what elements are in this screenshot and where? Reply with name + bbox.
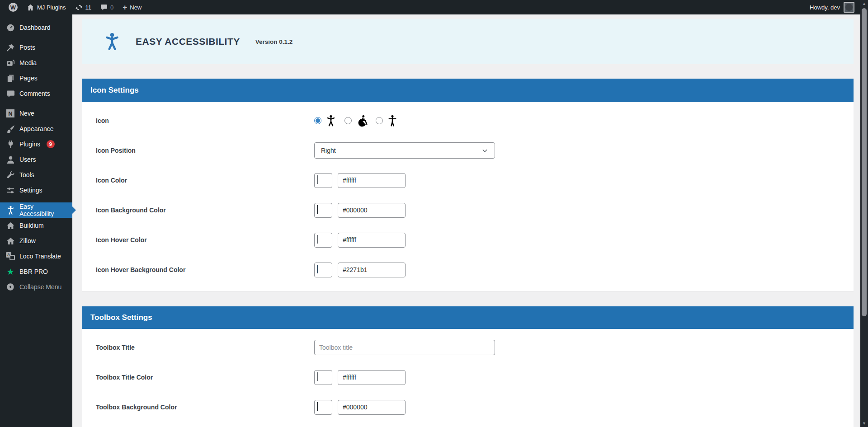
icon-settings-header: Icon Settings	[82, 79, 854, 102]
sidebar-item-neve[interactable]: N Neve	[0, 106, 72, 121]
toolbox-background-color-input[interactable]	[338, 400, 406, 415]
person-open-arms-icon	[326, 115, 336, 127]
icon-color-input[interactable]	[338, 173, 406, 188]
home-icon	[6, 221, 15, 230]
icon-hover-background-color-row: Icon Hover Background Color	[82, 255, 854, 285]
field-label: Toolbox Title Color	[96, 374, 314, 381]
icon-option-person-open-arms[interactable]	[314, 115, 336, 127]
sidebar-item-pages[interactable]: Pages	[0, 70, 72, 86]
sidebar-item-label: Tools	[19, 171, 34, 178]
sidebar-item-zillow[interactable]: Zillow	[0, 233, 72, 249]
sidebar-item-dashboard[interactable]: Dashboard	[0, 20, 72, 35]
sidebar-item-label: BBR PRO	[19, 268, 48, 275]
scroll-up-arrow[interactable]: ▲	[860, 0, 868, 7]
sidebar-item-users[interactable]: Users	[0, 152, 72, 167]
users-icon	[6, 155, 15, 164]
howdy-text[interactable]: Howdy, dev	[810, 4, 840, 11]
accessibility-person-icon	[6, 206, 15, 215]
sidebar-item-plugins[interactable]: Plugins 9	[0, 136, 72, 152]
collapse-menu-button[interactable]: Collapse Menu	[0, 279, 72, 295]
icon-row: Icon	[82, 106, 854, 136]
user-avatar[interactable]	[844, 2, 854, 13]
field-label: Icon	[96, 117, 314, 124]
icon-option-person-arms-out[interactable]	[376, 115, 398, 127]
icon-hover-color-swatch[interactable]	[314, 233, 332, 248]
sidebar-item-comments[interactable]: Comments	[0, 86, 72, 101]
home-icon	[27, 4, 34, 11]
sidebar-item-media[interactable]: Media	[0, 55, 72, 70]
field-label: Toolbox Background Color	[96, 404, 314, 411]
sidebar-item-easy-accessibility[interactable]: Easy Accessibility	[0, 202, 72, 218]
sidebar-item-loco-translate[interactable]: A Loco Translate	[0, 249, 72, 264]
collapse-arrow-icon	[6, 282, 15, 291]
home-icon	[6, 236, 15, 245]
radio-unselected[interactable]	[376, 117, 383, 124]
swatch-color	[317, 205, 318, 214]
icon-position-select[interactable]: Right	[314, 142, 495, 159]
toolbox-title-input[interactable]	[314, 340, 495, 355]
toolbox-background-color-swatch[interactable]	[314, 400, 332, 415]
icon-color-row: Icon Color	[82, 165, 854, 195]
selected-value: Right	[321, 147, 336, 154]
plus-icon: +	[123, 4, 127, 11]
pushpin-icon	[6, 43, 15, 52]
sidebar-item-label: Easy Accessibility	[19, 203, 69, 217]
sidebar-item-settings[interactable]: Settings	[0, 183, 72, 198]
sidebar-item-label: Loco Translate	[19, 253, 61, 260]
scroll-down-arrow[interactable]: ▼	[860, 420, 868, 427]
accessibility-banner-icon	[104, 32, 120, 51]
sidebar-item-tools[interactable]: Tools	[0, 167, 72, 183]
sidebar-item-buildium[interactable]: Buildium	[0, 218, 72, 233]
site-name: MJ Plugins	[37, 4, 66, 11]
plugin-title: EASY ACCESSIBILITY	[136, 36, 240, 47]
neve-icon: N	[6, 109, 15, 118]
icon-background-color-input[interactable]	[338, 203, 406, 218]
icon-background-color-swatch[interactable]	[314, 203, 332, 218]
wordpress-logo-icon: W	[9, 3, 18, 12]
site-link[interactable]: MJ Plugins	[23, 0, 70, 14]
plugin-version: Version 0.1.2	[255, 38, 293, 45]
radio-selected[interactable]	[314, 117, 321, 124]
icon-settings-card: Icon	[82, 102, 854, 291]
section-title: Icon Settings	[90, 86, 139, 95]
sidebar-item-label: Neve	[19, 110, 34, 117]
updates-link[interactable]: 11	[71, 0, 96, 14]
field-label: Icon Hover Background Color	[96, 266, 314, 273]
updates-icon	[75, 4, 83, 11]
field-label: Toolbox Title	[96, 344, 314, 351]
sidebar-item-posts[interactable]: Posts	[0, 40, 72, 55]
sidebar-item-label: Appearance	[19, 125, 54, 132]
icon-option-wheelchair[interactable]	[344, 115, 368, 127]
scrollbar-thumb[interactable]	[862, 8, 867, 316]
admin-sidebar: Dashboard Posts Media Pages Comments	[0, 14, 72, 427]
sidebar-item-appearance[interactable]: Appearance	[0, 121, 72, 136]
admin-bar: W MJ Plugins 11 0 + New Howdy, dev	[0, 0, 868, 14]
swatch-color	[317, 175, 318, 184]
icon-hover-background-color-input[interactable]	[338, 263, 406, 277]
comments-link[interactable]: 0	[96, 0, 118, 14]
swatch-color	[317, 372, 318, 381]
sidebar-item-label: Pages	[19, 75, 38, 82]
field-label: Icon Hover Color	[96, 236, 314, 244]
wordpress-logo-menu[interactable]: W	[5, 0, 22, 14]
toolbox-settings-header: Toolbox Settings	[82, 306, 854, 329]
sidebar-item-label: Plugins	[19, 141, 40, 148]
main-content: EASY ACCESSIBILITY Version 0.1.2 Icon Se…	[72, 14, 868, 427]
icon-hover-background-color-swatch[interactable]	[314, 263, 332, 277]
field-label: Icon Background Color	[96, 206, 314, 214]
plugins-update-badge: 9	[47, 140, 55, 148]
translate-icon: A	[6, 252, 15, 261]
icon-hover-color-input[interactable]	[338, 233, 406, 248]
toolbox-title-color-swatch[interactable]	[314, 370, 332, 385]
plugin-banner: EASY ACCESSIBILITY Version 0.1.2	[82, 19, 854, 64]
toolbox-title-color-input[interactable]	[338, 370, 406, 385]
new-content-menu[interactable]: + New	[118, 0, 146, 14]
radio-unselected[interactable]	[344, 117, 352, 124]
dashboard-icon	[6, 23, 15, 32]
field-label: Icon Color	[96, 177, 314, 184]
sidebar-item-label: Zillow	[19, 237, 36, 244]
icon-color-swatch[interactable]	[314, 173, 332, 188]
update-count: 11	[85, 4, 92, 11]
page-scrollbar: ▲ ▼	[860, 0, 868, 427]
sidebar-item-bbr-pro[interactable]: ★ BBR PRO	[0, 264, 72, 279]
